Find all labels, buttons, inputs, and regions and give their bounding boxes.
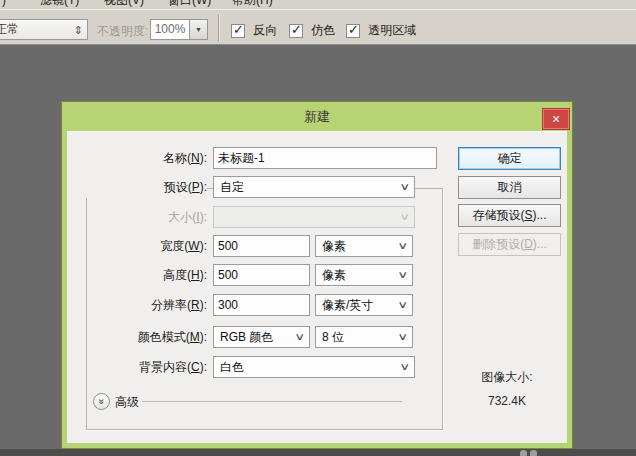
menu-item-fragment[interactable]: ) — [2, 0, 6, 8]
bit-depth-select[interactable]: 8 位 ∨ — [315, 326, 413, 348]
checkbox-group-dither: ✓ 仿色 — [289, 22, 335, 38]
transparency-checkbox-label: 透明区域 — [368, 22, 416, 39]
resolution-unit-select[interactable]: 像素/英寸 ∨ — [315, 294, 413, 316]
preset-select[interactable]: 自定 ∨ — [213, 176, 415, 198]
opacity-input[interactable]: 100% — [150, 19, 190, 40]
dither-checkbox[interactable]: ✓ — [289, 24, 303, 38]
blend-mode-select[interactable]: 正常 ⇕ — [0, 19, 88, 40]
chevron-down-icon: ∨ — [399, 177, 410, 197]
width-unit-value: 像素 — [322, 239, 346, 253]
menu-item-window[interactable]: 窗口(W) — [168, 0, 211, 8]
background-contents-label: 背景内容(C): — [81, 356, 207, 378]
name-input[interactable] — [213, 147, 437, 169]
image-size-value: 732.4K — [457, 394, 557, 408]
advanced-divider — [142, 401, 402, 402]
chevron-down-icon: ∨ — [397, 236, 408, 256]
transparency-checkbox[interactable]: ✓ — [346, 24, 360, 38]
close-button[interactable]: × — [542, 108, 570, 130]
dialog-content: 名称(N): 预设(P): 自定 ∨ 大小(I): ∨ 宽度(W): — [67, 131, 567, 443]
opacity-dropdown-button[interactable]: ▼ — [190, 19, 208, 40]
toolbar-separator — [218, 15, 219, 41]
chevron-down-icon: ∨ — [397, 327, 408, 347]
chevron-down-icon: ∨ — [397, 295, 408, 315]
menu-item-filter[interactable]: 滤镜(T) — [40, 0, 79, 8]
chevron-down-icon: ∨ — [399, 207, 410, 227]
invert-checkbox[interactable]: ✓ — [231, 24, 245, 38]
menu-bar: ) 滤镜(T) 视图(V) 窗口(W) 帮助(H) — [0, 0, 636, 9]
preset-label: 预设(P): — [81, 176, 207, 198]
checkbox-group-invert: ✓ 反向 — [231, 22, 277, 38]
checkmark-icon: ✓ — [291, 22, 302, 37]
height-label: 高度(H): — [81, 264, 207, 286]
menu-item-help[interactable]: 帮助(H) — [232, 0, 273, 8]
resolution-input[interactable] — [213, 294, 310, 316]
cropped-artifact — [520, 450, 527, 456]
width-unit-select[interactable]: 像素 ∨ — [315, 235, 413, 257]
canvas-bottom-strip — [0, 449, 636, 456]
close-icon: × — [552, 111, 560, 127]
height-input[interactable] — [213, 264, 310, 286]
ok-button[interactable]: 确定 — [458, 147, 561, 170]
resolution-label: 分辨率(R): — [81, 294, 207, 316]
background-contents-value: 白色 — [220, 360, 244, 374]
invert-checkbox-label: 反向 — [253, 22, 277, 39]
new-document-dialog: 新建 × 名称(N): 预设(P): 自定 ∨ 大小(I): — [61, 101, 573, 449]
image-size-label: 图像大小: — [457, 369, 557, 386]
photoshop-window: ) 滤镜(T) 视图(V) 窗口(W) 帮助(H) 正常 ⇕ 不透明度: 100… — [0, 0, 636, 456]
advanced-expander-button[interactable]: » — [93, 393, 110, 410]
updown-spinner-icon: ⇕ — [74, 21, 83, 40]
height-unit-value: 像素 — [322, 268, 346, 282]
dither-checkbox-label: 仿色 — [311, 22, 335, 39]
double-chevron-icon: » — [94, 399, 109, 405]
menu-item-view[interactable]: 视图(V) — [104, 0, 144, 8]
checkmark-icon: ✓ — [348, 22, 359, 37]
size-select: ∨ — [213, 206, 415, 228]
options-bar: 正常 ⇕ 不透明度: 100% ▼ ✓ 反向 ✓ 仿色 ✓ 透明区域 — [0, 9, 636, 45]
resolution-unit-value: 像素/英寸 — [322, 298, 373, 312]
checkmark-icon: ✓ — [233, 22, 244, 37]
width-label: 宽度(W): — [81, 235, 207, 257]
size-label: 大小(I): — [81, 206, 207, 228]
opacity-label: 不透明度: — [97, 23, 148, 40]
preset-value: 自定 — [220, 180, 244, 194]
blend-mode-value: 正常 — [0, 22, 19, 36]
background-contents-select[interactable]: 白色 ∨ — [213, 356, 415, 378]
save-preset-button[interactable]: 存储预设(S)... — [458, 204, 561, 227]
delete-preset-button: 删除预设(D)... — [458, 233, 561, 256]
chevron-down-icon: ∨ — [399, 357, 410, 377]
color-mode-value: RGB 颜色 — [220, 330, 273, 344]
advanced-label: 高级 — [115, 394, 139, 410]
color-mode-label: 颜色模式(M): — [81, 326, 207, 348]
dialog-title: 新建 — [62, 108, 572, 126]
dropdown-arrow-icon: ▼ — [195, 26, 202, 33]
checkbox-group-transparency: ✓ 透明区域 — [346, 22, 416, 38]
chevron-down-icon: ∨ — [397, 265, 408, 285]
bit-depth-value: 8 位 — [322, 330, 344, 344]
name-label: 名称(N): — [81, 147, 207, 169]
cropped-artifact — [530, 450, 537, 456]
chevron-down-icon: ∨ — [294, 327, 305, 347]
cancel-button[interactable]: 取消 — [458, 176, 561, 199]
color-mode-select[interactable]: RGB 颜色 ∨ — [213, 326, 310, 348]
height-unit-select[interactable]: 像素 ∨ — [315, 264, 413, 286]
width-input[interactable] — [213, 235, 310, 257]
